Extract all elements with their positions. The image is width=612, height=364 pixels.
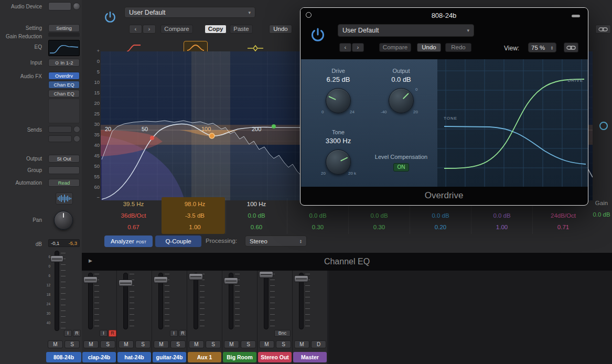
channel-eq-footer-bar[interactable]: ▶ Channel EQ bbox=[82, 253, 612, 271]
input-button[interactable]: ⊙ In 1-2 bbox=[48, 59, 80, 67]
mute-button[interactable]: M bbox=[154, 340, 169, 348]
input-monitor-button[interactable]: I bbox=[170, 330, 178, 337]
close-icon[interactable] bbox=[306, 12, 312, 18]
mute-button[interactable]: M bbox=[294, 340, 309, 348]
group-button[interactable] bbox=[48, 166, 80, 174]
fader-handle[interactable] bbox=[294, 275, 308, 282]
fader-track[interactable] bbox=[55, 251, 59, 331]
power-icon[interactable] bbox=[103, 10, 117, 27]
output-button[interactable]: St Out bbox=[48, 155, 80, 163]
pan-knob[interactable] bbox=[54, 211, 73, 230]
channel-name-tab[interactable]: Big Room bbox=[223, 352, 256, 362]
mute-button[interactable]: M bbox=[119, 340, 134, 348]
redo-button[interactable]: Redo bbox=[445, 43, 471, 52]
fader-handle[interactable] bbox=[154, 276, 168, 283]
record-button[interactable]: R bbox=[109, 330, 116, 337]
q-couple-button[interactable]: Q-Couple bbox=[155, 235, 201, 247]
eq-band-handle-2[interactable] bbox=[209, 133, 214, 138]
setting-button[interactable]: Setting bbox=[48, 24, 80, 32]
solo-button[interactable]: S bbox=[170, 340, 186, 348]
audio-device-box[interactable] bbox=[48, 2, 71, 10]
fader-handle[interactable] bbox=[119, 280, 133, 286]
solo-button[interactable]: S bbox=[241, 340, 256, 348]
processing-dropdown[interactable]: Stereo ▲▼ bbox=[245, 235, 307, 247]
eq-band-handle-1[interactable] bbox=[150, 136, 154, 140]
channel-name-tab[interactable]: clap-24b bbox=[82, 352, 116, 362]
undo-button[interactable]: Undo bbox=[269, 25, 292, 34]
automation-mode-button[interactable]: Read bbox=[48, 179, 80, 187]
analyzer-button[interactable]: Analyzer POST bbox=[104, 235, 153, 247]
undo-button[interactable]: Undo bbox=[417, 43, 441, 52]
send-knob-1[interactable] bbox=[73, 126, 80, 133]
overdrive-titlebar[interactable]: 808-24b bbox=[300, 8, 587, 24]
channel-name-tab[interactable]: hat-24b bbox=[117, 352, 151, 362]
band-column-2[interactable]: 98.0 Hz -3.5 dB 1.00 bbox=[164, 198, 226, 234]
solo-button[interactable]: S bbox=[100, 340, 115, 348]
send-slot-2[interactable] bbox=[48, 135, 72, 142]
fader-handle[interactable] bbox=[83, 276, 98, 283]
paste-button[interactable]: Paste bbox=[230, 25, 253, 34]
input-monitor-button[interactable]: I bbox=[64, 330, 72, 337]
link-icon[interactable] bbox=[564, 42, 578, 52]
view-zoom-dropdown[interactable]: 75 % ▲▼ bbox=[528, 42, 556, 52]
channel-name-tab[interactable]: Aux 1 bbox=[188, 352, 221, 362]
record-button[interactable]: R bbox=[73, 330, 81, 337]
master-gain-knob[interactable] bbox=[599, 122, 608, 130]
fader-handle[interactable] bbox=[50, 255, 63, 262]
output-value[interactable]: 0.0 dB bbox=[364, 76, 438, 83]
compare-button[interactable]: Compare bbox=[160, 25, 193, 34]
channel-name-tab[interactable]: Master bbox=[293, 352, 327, 362]
mute-button[interactable]: M bbox=[83, 340, 99, 348]
send-slot-1[interactable] bbox=[48, 126, 72, 133]
tone-value[interactable]: 3300 Hz bbox=[302, 137, 375, 145]
record-button[interactable]: R bbox=[179, 330, 187, 337]
link-icon[interactable] bbox=[595, 25, 611, 34]
preset-back-button[interactable]: ‹ bbox=[339, 43, 351, 52]
preset-dropdown[interactable]: User Default ▾ bbox=[338, 24, 474, 37]
drive-knob[interactable] bbox=[326, 88, 351, 113]
mute-button[interactable]: M bbox=[259, 340, 274, 348]
solo-button[interactable]: S bbox=[206, 340, 221, 348]
preset-forward-button[interactable]: › bbox=[352, 43, 364, 52]
fader-track[interactable] bbox=[264, 273, 269, 329]
solo-button[interactable]: S bbox=[276, 340, 291, 348]
band-column-3[interactable]: 100 Hz 0.0 dB 0.60 bbox=[226, 198, 287, 234]
preset-dropdown[interactable]: User Default ▾ bbox=[124, 7, 255, 18]
minimize-icon[interactable] bbox=[572, 15, 580, 17]
fader-handle[interactable] bbox=[189, 273, 203, 280]
fader-handle[interactable] bbox=[224, 277, 238, 284]
fader-handle[interactable] bbox=[259, 271, 273, 278]
band-column-1[interactable]: 39.5 Hz 36dB/Oct 0.67 bbox=[103, 198, 164, 234]
audio-device-knob[interactable] bbox=[73, 3, 80, 10]
eq-thumbnail[interactable] bbox=[48, 40, 80, 56]
preset-forward-button[interactable]: › bbox=[143, 25, 156, 34]
bounce-button[interactable]: Bnc bbox=[274, 330, 291, 337]
channel-name-tab[interactable]: 808-24b bbox=[46, 352, 81, 362]
compare-button[interactable]: Compare bbox=[379, 43, 411, 52]
mute-button[interactable]: M bbox=[189, 340, 204, 348]
master-d-button[interactable]: D bbox=[311, 340, 326, 348]
solo-button[interactable]: S bbox=[135, 340, 151, 348]
channel-name-tab[interactable]: Stereo Out bbox=[258, 352, 292, 362]
disclosure-icon[interactable]: ▶ bbox=[89, 258, 92, 263]
mute-button[interactable]: M bbox=[224, 340, 239, 348]
level-display[interactable]: -0,1 -5,3 bbox=[48, 239, 80, 247]
audio-fx-slot-chaneq-2[interactable]: Chan EQ bbox=[48, 90, 80, 98]
output-knob[interactable] bbox=[389, 88, 414, 113]
drive-value[interactable]: 6.25 dB bbox=[302, 76, 375, 83]
solo-button[interactable]: S bbox=[65, 340, 80, 348]
audio-fx-empty-area[interactable] bbox=[48, 99, 80, 123]
power-icon[interactable] bbox=[309, 27, 327, 47]
channel-name-tab[interactable]: guitar-24b bbox=[153, 352, 186, 362]
send-knob-2[interactable] bbox=[73, 135, 80, 142]
eq-band-handle-4[interactable] bbox=[272, 124, 276, 129]
mute-button[interactable]: M bbox=[48, 340, 63, 348]
tone-knob[interactable] bbox=[326, 149, 351, 175]
audio-fx-slot-chaneq-1[interactable]: Chan EQ bbox=[48, 81, 80, 89]
input-monitor-button[interactable]: I bbox=[100, 330, 108, 337]
audio-fx-slot-overdrive[interactable]: Overdrv bbox=[48, 72, 80, 80]
master-gain-value[interactable]: 0.0 dB bbox=[590, 211, 612, 218]
waveform-display-button[interactable] bbox=[56, 192, 73, 205]
level-compensation-toggle[interactable]: ON bbox=[393, 163, 409, 172]
copy-button[interactable]: Copy bbox=[205, 25, 227, 34]
